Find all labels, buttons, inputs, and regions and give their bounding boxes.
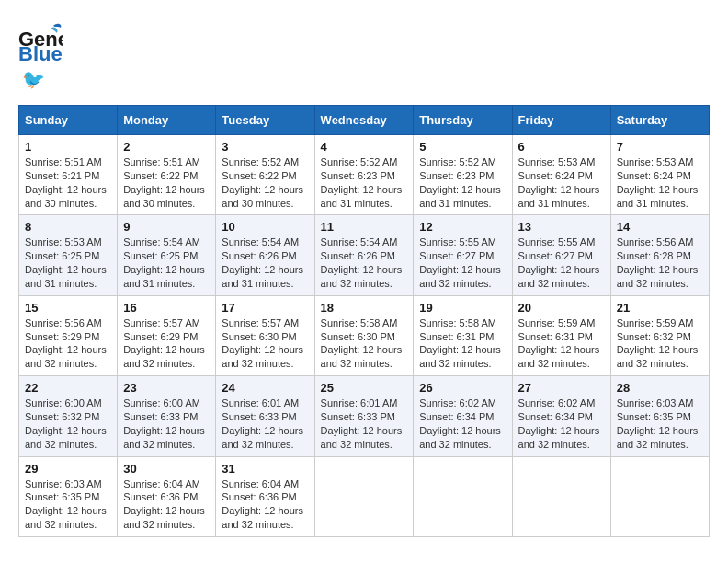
weekday-header-saturday: Saturday xyxy=(610,106,709,135)
calendar-cell: 3Sunrise: 5:52 AMSunset: 6:22 PMDaylight… xyxy=(216,135,314,215)
calendar-cell xyxy=(414,456,512,536)
calendar-week-row: 1Sunrise: 5:51 AMSunset: 6:21 PMDaylight… xyxy=(19,135,710,215)
day-number: 10 xyxy=(222,220,308,234)
calendar-cell xyxy=(610,456,709,536)
weekday-header-sunday: Sunday xyxy=(19,106,118,135)
logo-bird-icon: 🐦 xyxy=(22,68,45,90)
calendar-cell: 25Sunrise: 6:01 AMSunset: 6:33 PMDayligh… xyxy=(314,376,414,456)
weekday-header-monday: Monday xyxy=(118,106,216,135)
page-header: General Blue 🐦 xyxy=(18,18,710,90)
calendar-cell xyxy=(512,456,610,536)
day-info: Sunrise: 6:01 AMSunset: 6:33 PMDaylight:… xyxy=(321,396,408,451)
day-info: Sunrise: 5:59 AMSunset: 6:32 PMDaylight:… xyxy=(617,316,703,371)
calendar-cell: 23Sunrise: 6:00 AMSunset: 6:33 PMDayligh… xyxy=(118,376,216,456)
calendar-cell: 6Sunrise: 5:53 AMSunset: 6:24 PMDaylight… xyxy=(512,135,610,215)
day-info: Sunrise: 5:53 AMSunset: 6:25 PMDaylight:… xyxy=(25,236,111,290)
calendar-week-row: 15Sunrise: 5:56 AMSunset: 6:29 PMDayligh… xyxy=(19,295,710,375)
calendar-cell: 31Sunrise: 6:04 AMSunset: 6:36 PMDayligh… xyxy=(216,456,314,536)
day-info: Sunrise: 6:02 AMSunset: 6:34 PMDaylight:… xyxy=(419,396,506,451)
calendar-cell: 28Sunrise: 6:03 AMSunset: 6:35 PMDayligh… xyxy=(610,376,709,456)
day-info: Sunrise: 5:58 AMSunset: 6:31 PMDaylight:… xyxy=(419,316,506,371)
day-number: 20 xyxy=(518,301,605,315)
day-number: 22 xyxy=(25,381,111,395)
day-number: 9 xyxy=(123,220,210,234)
calendar-cell: 13Sunrise: 5:55 AMSunset: 6:27 PMDayligh… xyxy=(512,215,610,295)
calendar-cell: 18Sunrise: 5:58 AMSunset: 6:30 PMDayligh… xyxy=(314,295,414,375)
weekday-header-row: SundayMondayTuesdayWednesdayThursdayFrid… xyxy=(19,106,710,135)
day-info: Sunrise: 6:03 AMSunset: 6:35 PMDaylight:… xyxy=(25,477,111,532)
day-info: Sunrise: 5:52 AMSunset: 6:23 PMDaylight:… xyxy=(419,155,506,210)
calendar-cell: 4Sunrise: 5:52 AMSunset: 6:23 PMDaylight… xyxy=(314,135,414,215)
day-info: Sunrise: 6:01 AMSunset: 6:33 PMDaylight:… xyxy=(222,396,308,451)
day-number: 28 xyxy=(617,381,703,395)
calendar-week-row: 8Sunrise: 5:53 AMSunset: 6:25 PMDaylight… xyxy=(19,215,710,295)
day-number: 24 xyxy=(222,381,308,395)
weekday-header-wednesday: Wednesday xyxy=(314,106,414,135)
day-number: 11 xyxy=(321,220,408,234)
day-number: 31 xyxy=(222,462,308,476)
day-number: 1 xyxy=(25,140,111,154)
calendar-cell: 1Sunrise: 5:51 AMSunset: 6:21 PMDaylight… xyxy=(19,135,118,215)
calendar-cell: 2Sunrise: 5:51 AMSunset: 6:22 PMDaylight… xyxy=(118,135,216,215)
calendar-week-row: 22Sunrise: 6:00 AMSunset: 6:32 PMDayligh… xyxy=(19,376,710,456)
day-info: Sunrise: 6:02 AMSunset: 6:34 PMDaylight:… xyxy=(518,396,605,451)
calendar-cell: 10Sunrise: 5:54 AMSunset: 6:26 PMDayligh… xyxy=(216,215,314,295)
day-number: 17 xyxy=(222,301,308,315)
day-number: 25 xyxy=(321,381,408,395)
day-info: Sunrise: 5:52 AMSunset: 6:23 PMDaylight:… xyxy=(321,155,408,210)
day-info: Sunrise: 5:59 AMSunset: 6:31 PMDaylight:… xyxy=(518,316,605,371)
day-number: 21 xyxy=(617,301,703,315)
calendar-cell: 26Sunrise: 6:02 AMSunset: 6:34 PMDayligh… xyxy=(414,376,512,456)
day-number: 12 xyxy=(419,220,506,234)
calendar-cell: 20Sunrise: 5:59 AMSunset: 6:31 PMDayligh… xyxy=(512,295,610,375)
day-info: Sunrise: 6:00 AMSunset: 6:33 PMDaylight:… xyxy=(123,396,210,451)
weekday-header-thursday: Thursday xyxy=(414,106,512,135)
calendar-table: SundayMondayTuesdayWednesdayThursdayFrid… xyxy=(18,105,710,537)
day-info: Sunrise: 5:51 AMSunset: 6:21 PMDaylight:… xyxy=(25,155,111,210)
day-number: 19 xyxy=(419,301,506,315)
day-info: Sunrise: 5:51 AMSunset: 6:22 PMDaylight:… xyxy=(123,155,210,210)
calendar-body: 1Sunrise: 5:51 AMSunset: 6:21 PMDaylight… xyxy=(19,135,710,537)
day-number: 15 xyxy=(25,301,111,315)
day-number: 14 xyxy=(617,220,703,234)
logo: General Blue 🐦 xyxy=(18,18,63,90)
calendar-week-row: 29Sunrise: 6:03 AMSunset: 6:35 PMDayligh… xyxy=(19,456,710,536)
day-number: 18 xyxy=(321,301,408,315)
day-info: Sunrise: 5:52 AMSunset: 6:22 PMDaylight:… xyxy=(222,155,308,210)
day-number: 30 xyxy=(123,462,210,476)
calendar-cell: 30Sunrise: 6:04 AMSunset: 6:36 PMDayligh… xyxy=(118,456,216,536)
calendar-cell: 11Sunrise: 5:54 AMSunset: 6:26 PMDayligh… xyxy=(314,215,414,295)
day-info: Sunrise: 5:53 AMSunset: 6:24 PMDaylight:… xyxy=(518,155,605,210)
calendar-cell: 27Sunrise: 6:02 AMSunset: 6:34 PMDayligh… xyxy=(512,376,610,456)
weekday-header-friday: Friday xyxy=(512,106,610,135)
svg-text:Blue: Blue xyxy=(18,42,63,63)
day-number: 4 xyxy=(321,140,408,154)
day-info: Sunrise: 5:57 AMSunset: 6:30 PMDaylight:… xyxy=(222,316,308,371)
day-info: Sunrise: 5:55 AMSunset: 6:27 PMDaylight:… xyxy=(518,236,605,290)
day-info: Sunrise: 5:58 AMSunset: 6:30 PMDaylight:… xyxy=(321,316,408,371)
calendar-cell: 5Sunrise: 5:52 AMSunset: 6:23 PMDaylight… xyxy=(414,135,512,215)
calendar-cell: 17Sunrise: 5:57 AMSunset: 6:30 PMDayligh… xyxy=(216,295,314,375)
logo-icon: General Blue xyxy=(18,18,63,66)
day-number: 8 xyxy=(25,220,111,234)
calendar-cell: 19Sunrise: 5:58 AMSunset: 6:31 PMDayligh… xyxy=(414,295,512,375)
day-info: Sunrise: 5:57 AMSunset: 6:29 PMDaylight:… xyxy=(123,316,210,371)
calendar-cell: 8Sunrise: 5:53 AMSunset: 6:25 PMDaylight… xyxy=(19,215,118,295)
day-number: 16 xyxy=(123,301,210,315)
calendar-cell: 16Sunrise: 5:57 AMSunset: 6:29 PMDayligh… xyxy=(118,295,216,375)
day-info: Sunrise: 5:54 AMSunset: 6:26 PMDaylight:… xyxy=(222,236,308,290)
calendar-cell: 15Sunrise: 5:56 AMSunset: 6:29 PMDayligh… xyxy=(19,295,118,375)
calendar-cell: 21Sunrise: 5:59 AMSunset: 6:32 PMDayligh… xyxy=(610,295,709,375)
day-number: 27 xyxy=(518,381,605,395)
calendar-cell: 9Sunrise: 5:54 AMSunset: 6:25 PMDaylight… xyxy=(118,215,216,295)
calendar-cell: 7Sunrise: 5:53 AMSunset: 6:24 PMDaylight… xyxy=(610,135,709,215)
day-number: 2 xyxy=(123,140,210,154)
day-number: 3 xyxy=(222,140,308,154)
day-number: 5 xyxy=(419,140,506,154)
day-number: 7 xyxy=(617,140,703,154)
day-info: Sunrise: 5:54 AMSunset: 6:25 PMDaylight:… xyxy=(123,236,210,290)
calendar-cell: 24Sunrise: 6:01 AMSunset: 6:33 PMDayligh… xyxy=(216,376,314,456)
calendar-cell: 22Sunrise: 6:00 AMSunset: 6:32 PMDayligh… xyxy=(19,376,118,456)
day-number: 26 xyxy=(419,381,506,395)
day-info: Sunrise: 6:04 AMSunset: 6:36 PMDaylight:… xyxy=(123,477,210,532)
